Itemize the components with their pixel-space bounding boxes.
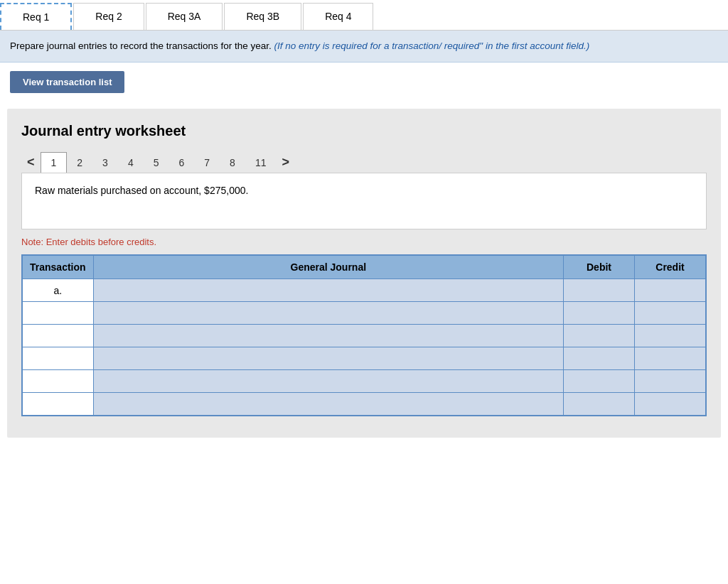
tabs-bar: Req 1 Req 2 Req 3A Req 3B Req 4 — [0, 0, 728, 31]
next-page-arrow[interactable]: > — [276, 152, 295, 173]
table-row — [23, 347, 706, 370]
journal-input[interactable] — [94, 302, 563, 324]
instruction-note: (If no entry is required for a transacti… — [274, 40, 589, 51]
debit-cell[interactable] — [564, 347, 635, 370]
page-1[interactable]: 1 — [41, 152, 68, 173]
journal-cell[interactable] — [93, 302, 563, 325]
debit-cell[interactable] — [564, 393, 635, 416]
journal-input[interactable] — [94, 325, 563, 347]
credit-cell[interactable] — [635, 347, 706, 370]
page-11[interactable]: 11 — [245, 153, 277, 173]
table-row — [23, 325, 706, 347]
credit-cell[interactable] — [635, 325, 706, 347]
page-3[interactable]: 3 — [92, 153, 118, 173]
credit-input[interactable] — [635, 370, 705, 392]
view-transaction-button[interactable]: View transaction list — [10, 71, 124, 93]
credit-input[interactable] — [635, 393, 705, 415]
credit-input[interactable] — [635, 279, 705, 301]
tab-req3a[interactable]: Req 3A — [146, 3, 223, 30]
journal-input[interactable] — [94, 279, 563, 301]
credit-input[interactable] — [635, 302, 705, 324]
credit-cell[interactable] — [635, 393, 706, 416]
journal-cell[interactable] — [93, 325, 563, 347]
header-credit: Credit — [635, 256, 706, 279]
pagination: < 1 2 3 4 5 6 7 8 11 > — [21, 152, 707, 173]
debit-input[interactable] — [564, 325, 634, 347]
journal-cell[interactable] — [93, 370, 563, 393]
instruction-main: Prepare journal entries to record the tr… — [10, 40, 272, 51]
table-row — [23, 302, 706, 325]
journal-cell[interactable] — [93, 347, 563, 370]
transaction-cell — [23, 393, 94, 416]
credit-input[interactable] — [635, 325, 705, 347]
transaction-description: Raw materials purchased on account, $275… — [21, 173, 707, 229]
debit-cell[interactable] — [564, 325, 635, 347]
debit-cell[interactable] — [564, 370, 635, 393]
page-7[interactable]: 7 — [194, 153, 220, 173]
page-6[interactable]: 6 — [169, 153, 195, 173]
header-debit: Debit — [564, 256, 635, 279]
debit-cell[interactable] — [564, 302, 635, 325]
note-text: Note: Enter debits before credits. — [21, 237, 707, 247]
transaction-cell — [23, 347, 94, 370]
header-general-journal: General Journal — [93, 256, 563, 279]
credit-input[interactable] — [635, 347, 705, 369]
transaction-cell — [23, 370, 94, 393]
credit-cell[interactable] — [635, 370, 706, 393]
credit-cell[interactable] — [635, 302, 706, 325]
table-row: a. — [23, 279, 706, 302]
journal-cell[interactable] — [93, 279, 563, 302]
debit-input[interactable] — [564, 393, 634, 415]
journal-input[interactable] — [94, 370, 563, 392]
tab-req3b[interactable]: Req 3B — [224, 3, 301, 30]
page-4[interactable]: 4 — [118, 153, 144, 173]
instruction-banner: Prepare journal entries to record the tr… — [0, 31, 728, 63]
prev-page-arrow[interactable]: < — [21, 152, 41, 173]
journal-cell[interactable] — [93, 393, 563, 416]
journal-table-wrapper: Transaction General Journal Debit Credit… — [21, 254, 707, 416]
tab-req1[interactable]: Req 1 — [0, 3, 72, 30]
debit-input[interactable] — [564, 302, 634, 324]
journal-table: Transaction General Journal Debit Credit… — [22, 255, 706, 416]
tab-req4[interactable]: Req 4 — [303, 3, 373, 30]
debit-input[interactable] — [564, 279, 634, 301]
journal-input[interactable] — [94, 393, 563, 415]
journal-input[interactable] — [94, 347, 563, 369]
page-8[interactable]: 8 — [220, 153, 245, 173]
debit-input[interactable] — [564, 347, 634, 369]
credit-cell[interactable] — [635, 279, 706, 302]
header-transaction: Transaction — [23, 256, 94, 279]
tab-req2[interactable]: Req 2 — [73, 3, 144, 30]
transaction-cell — [23, 302, 94, 325]
page-2[interactable]: 2 — [67, 153, 92, 173]
debit-input[interactable] — [564, 370, 634, 392]
table-row — [23, 393, 706, 416]
page-5[interactable]: 5 — [144, 153, 169, 173]
debit-cell[interactable] — [564, 279, 635, 302]
transaction-cell — [23, 325, 94, 347]
worksheet-container: Journal entry worksheet < 1 2 3 4 5 6 7 … — [7, 109, 721, 438]
worksheet-title: Journal entry worksheet — [21, 123, 707, 139]
table-row — [23, 370, 706, 393]
transaction-cell: a. — [23, 279, 94, 302]
